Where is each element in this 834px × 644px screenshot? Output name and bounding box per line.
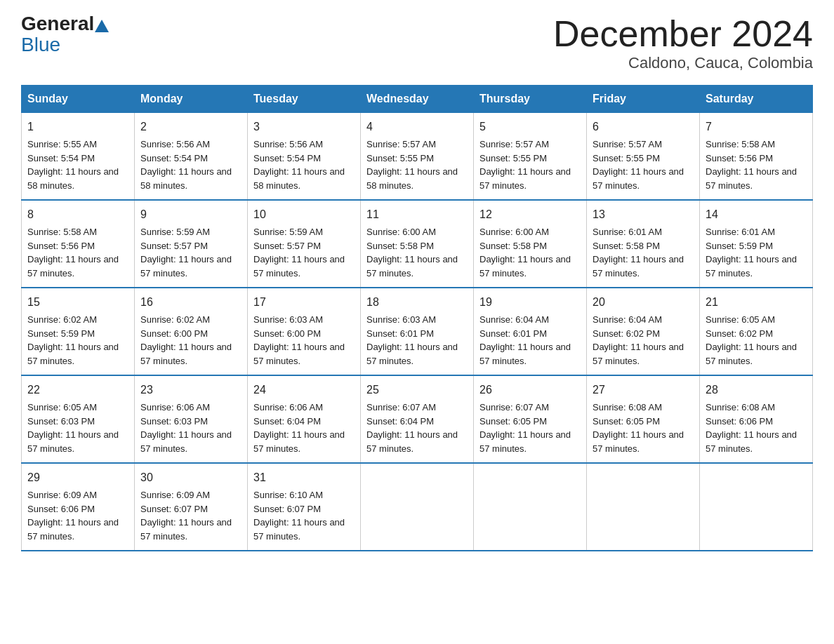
title-area: December 2024 Caldono, Cauca, Colombia xyxy=(553,14,813,72)
calendar-cell: 30 Sunrise: 6:09 AMSunset: 6:07 PMDaylig… xyxy=(135,463,248,551)
day-info: Sunrise: 6:05 AMSunset: 6:03 PMDaylight:… xyxy=(27,402,119,454)
day-number: 7 xyxy=(706,119,807,135)
col-friday: Friday xyxy=(587,86,700,113)
month-title: December 2024 xyxy=(553,14,813,54)
day-info: Sunrise: 5:57 AMSunset: 5:55 PMDaylight:… xyxy=(366,139,458,191)
day-info: Sunrise: 5:57 AMSunset: 5:55 PMDaylight:… xyxy=(593,139,684,191)
day-info: Sunrise: 5:57 AMSunset: 5:55 PMDaylight:… xyxy=(479,139,571,191)
calendar-cell: 10 Sunrise: 5:59 AMSunset: 5:57 PMDaylig… xyxy=(248,200,361,288)
day-info: Sunrise: 6:07 AMSunset: 6:05 PMDaylight:… xyxy=(479,402,571,454)
calendar-week-row: 29 Sunrise: 6:09 AMSunset: 6:06 PMDaylig… xyxy=(22,463,813,551)
day-info: Sunrise: 6:09 AMSunset: 6:06 PMDaylight:… xyxy=(27,490,119,542)
day-number: 10 xyxy=(253,206,355,223)
calendar-cell: 20 Sunrise: 6:04 AMSunset: 6:02 PMDaylig… xyxy=(587,288,700,375)
calendar-cell xyxy=(361,463,474,551)
day-info: Sunrise: 6:00 AMSunset: 5:58 PMDaylight:… xyxy=(366,227,458,279)
day-number: 19 xyxy=(479,294,581,311)
day-info: Sunrise: 6:07 AMSunset: 6:04 PMDaylight:… xyxy=(366,402,458,454)
calendar-cell: 21 Sunrise: 6:05 AMSunset: 6:02 PMDaylig… xyxy=(700,288,813,375)
calendar-cell: 9 Sunrise: 5:59 AMSunset: 5:57 PMDayligh… xyxy=(135,200,248,288)
day-number: 2 xyxy=(140,119,241,135)
col-tuesday: Tuesday xyxy=(248,86,361,113)
day-info: Sunrise: 6:03 AMSunset: 6:00 PMDaylight:… xyxy=(253,314,345,366)
calendar-header: Sunday Monday Tuesday Wednesday Thursday… xyxy=(22,86,813,113)
calendar-cell: 14 Sunrise: 6:01 AMSunset: 5:59 PMDaylig… xyxy=(700,200,813,288)
calendar-cell: 26 Sunrise: 6:07 AMSunset: 6:05 PMDaylig… xyxy=(474,375,587,463)
day-number: 13 xyxy=(593,206,694,223)
day-info: Sunrise: 6:01 AMSunset: 5:58 PMDaylight:… xyxy=(593,227,684,279)
col-thursday: Thursday xyxy=(474,86,587,113)
calendar-cell: 16 Sunrise: 6:02 AMSunset: 6:00 PMDaylig… xyxy=(135,288,248,375)
day-number: 16 xyxy=(140,294,241,311)
day-info: Sunrise: 5:55 AMSunset: 5:54 PMDaylight:… xyxy=(27,139,119,191)
calendar-cell: 17 Sunrise: 6:03 AMSunset: 6:00 PMDaylig… xyxy=(248,288,361,375)
calendar-body: 1 Sunrise: 5:55 AMSunset: 5:54 PMDayligh… xyxy=(22,113,813,551)
day-info: Sunrise: 6:06 AMSunset: 6:03 PMDaylight:… xyxy=(140,402,232,454)
calendar-cell: 28 Sunrise: 6:08 AMSunset: 6:06 PMDaylig… xyxy=(700,375,813,463)
calendar-cell: 3 Sunrise: 5:56 AMSunset: 5:54 PMDayligh… xyxy=(248,113,361,201)
col-saturday: Saturday xyxy=(700,86,813,113)
calendar-cell: 19 Sunrise: 6:04 AMSunset: 6:01 PMDaylig… xyxy=(474,288,587,375)
calendar-cell: 11 Sunrise: 6:00 AMSunset: 5:58 PMDaylig… xyxy=(361,200,474,288)
day-number: 27 xyxy=(593,382,694,398)
logo-general-text: General xyxy=(21,14,94,34)
day-info: Sunrise: 6:04 AMSunset: 6:02 PMDaylight:… xyxy=(593,314,684,366)
header: General Blue December 2024 Caldono, Cauc… xyxy=(21,14,813,72)
day-info: Sunrise: 6:10 AMSunset: 6:07 PMDaylight:… xyxy=(253,490,345,542)
col-wednesday: Wednesday xyxy=(361,86,474,113)
day-info: Sunrise: 5:56 AMSunset: 5:54 PMDaylight:… xyxy=(140,139,232,191)
day-number: 22 xyxy=(27,382,128,398)
col-monday: Monday xyxy=(135,86,248,113)
calendar-cell: 1 Sunrise: 5:55 AMSunset: 5:54 PMDayligh… xyxy=(22,113,135,201)
day-number: 20 xyxy=(593,294,694,311)
calendar-table: Sunday Monday Tuesday Wednesday Thursday… xyxy=(21,85,813,551)
calendar-cell: 23 Sunrise: 6:06 AMSunset: 6:03 PMDaylig… xyxy=(135,375,248,463)
calendar-cell: 8 Sunrise: 5:58 AMSunset: 5:56 PMDayligh… xyxy=(22,200,135,288)
calendar-cell: 4 Sunrise: 5:57 AMSunset: 5:55 PMDayligh… xyxy=(361,113,474,201)
day-info: Sunrise: 6:04 AMSunset: 6:01 PMDaylight:… xyxy=(479,314,571,366)
calendar-cell: 7 Sunrise: 5:58 AMSunset: 5:56 PMDayligh… xyxy=(700,113,813,201)
day-number: 1 xyxy=(27,119,128,135)
day-info: Sunrise: 5:58 AMSunset: 5:56 PMDaylight:… xyxy=(27,227,119,279)
day-number: 18 xyxy=(366,294,468,311)
logo: General Blue xyxy=(21,14,110,56)
calendar-cell: 27 Sunrise: 6:08 AMSunset: 6:05 PMDaylig… xyxy=(587,375,700,463)
day-info: Sunrise: 6:03 AMSunset: 6:01 PMDaylight:… xyxy=(366,314,458,366)
calendar-cell: 25 Sunrise: 6:07 AMSunset: 6:04 PMDaylig… xyxy=(361,375,474,463)
day-info: Sunrise: 6:09 AMSunset: 6:07 PMDaylight:… xyxy=(140,490,232,542)
day-number: 4 xyxy=(366,119,468,135)
day-info: Sunrise: 6:06 AMSunset: 6:04 PMDaylight:… xyxy=(253,402,345,454)
day-info: Sunrise: 5:58 AMSunset: 5:56 PMDaylight:… xyxy=(706,139,797,191)
calendar-cell: 29 Sunrise: 6:09 AMSunset: 6:06 PMDaylig… xyxy=(22,463,135,551)
day-info: Sunrise: 6:02 AMSunset: 5:59 PMDaylight:… xyxy=(27,314,119,366)
calendar-cell: 22 Sunrise: 6:05 AMSunset: 6:03 PMDaylig… xyxy=(22,375,135,463)
day-info: Sunrise: 6:00 AMSunset: 5:58 PMDaylight:… xyxy=(479,227,571,279)
day-number: 8 xyxy=(27,206,128,223)
calendar-cell xyxy=(474,463,587,551)
day-info: Sunrise: 6:08 AMSunset: 6:05 PMDaylight:… xyxy=(593,402,684,454)
calendar-cell xyxy=(587,463,700,551)
day-number: 25 xyxy=(366,382,468,398)
logo-triangle-icon xyxy=(95,20,109,32)
day-info: Sunrise: 5:59 AMSunset: 5:57 PMDaylight:… xyxy=(140,227,232,279)
calendar-cell: 31 Sunrise: 6:10 AMSunset: 6:07 PMDaylig… xyxy=(248,463,361,551)
day-info: Sunrise: 5:59 AMSunset: 5:57 PMDaylight:… xyxy=(253,227,345,279)
day-number: 5 xyxy=(479,119,581,135)
day-info: Sunrise: 6:05 AMSunset: 6:02 PMDaylight:… xyxy=(706,314,797,366)
day-number: 14 xyxy=(706,206,807,223)
day-info: Sunrise: 6:08 AMSunset: 6:06 PMDaylight:… xyxy=(706,402,797,454)
day-number: 17 xyxy=(253,294,355,311)
day-number: 6 xyxy=(593,119,694,135)
calendar-week-row: 1 Sunrise: 5:55 AMSunset: 5:54 PMDayligh… xyxy=(22,113,813,201)
day-number: 15 xyxy=(27,294,128,311)
day-info: Sunrise: 5:56 AMSunset: 5:54 PMDaylight:… xyxy=(253,139,345,191)
calendar-cell xyxy=(700,463,813,551)
day-number: 24 xyxy=(253,382,355,398)
calendar-cell: 2 Sunrise: 5:56 AMSunset: 5:54 PMDayligh… xyxy=(135,113,248,201)
calendar-cell: 24 Sunrise: 6:06 AMSunset: 6:04 PMDaylig… xyxy=(248,375,361,463)
day-number: 9 xyxy=(140,206,241,223)
logo-blue-text: Blue xyxy=(21,34,60,55)
day-info: Sunrise: 6:01 AMSunset: 5:59 PMDaylight:… xyxy=(706,227,797,279)
col-sunday: Sunday xyxy=(22,86,135,113)
day-info: Sunrise: 6:02 AMSunset: 6:00 PMDaylight:… xyxy=(140,314,232,366)
